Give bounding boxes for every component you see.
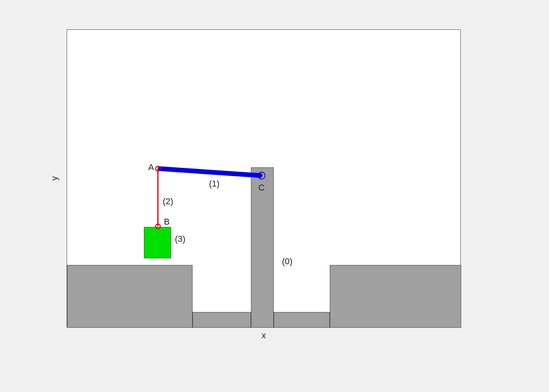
ground-mid-right [274,312,330,328]
label-body-3: (3) [175,234,185,244]
label-body-1: (1) [209,179,220,189]
label-body-0: (0) [282,256,293,267]
ground-right [330,265,461,328]
label-c: C [258,183,265,193]
label-a: A [148,162,154,172]
joint-a [156,166,160,171]
label-body-2: (2) [163,196,173,207]
plot-area: A B C (1) (2) (3) (0) x y [67,29,461,327]
ground-left [67,265,193,328]
payload-box [144,227,171,258]
link-1 [158,169,262,176]
axis-y-label: y [49,176,60,181]
axis-x-label: x [262,330,266,341]
label-b: B [164,217,170,227]
ground-mid-left [193,312,251,328]
